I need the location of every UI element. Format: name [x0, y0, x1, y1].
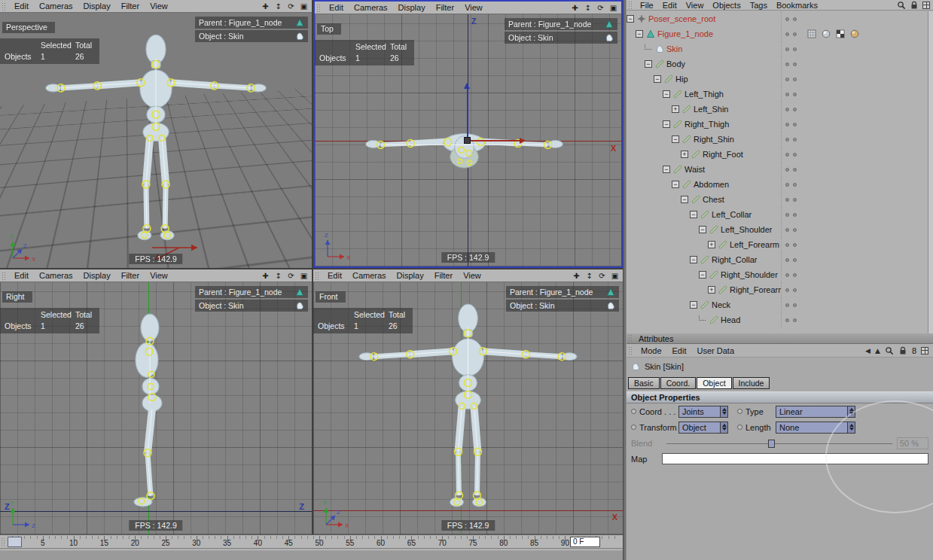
object-tree[interactable]: −Poser_scene_root−Figure_1_nodeSkin−Body… — [627, 11, 928, 333]
panel-grip-icon[interactable] — [628, 346, 633, 355]
collapse-icon[interactable]: − — [690, 301, 697, 309]
dolly-icon[interactable]: ↕ — [584, 270, 594, 282]
tree-item[interactable]: −Chest — [627, 195, 781, 205]
lock-icon[interactable] — [910, 1, 919, 10]
vertical-scrollbar[interactable] — [928, 11, 933, 333]
panel-grip-icon[interactable] — [1, 537, 5, 546]
type-dropdown[interactable]: Linear — [776, 406, 855, 418]
tree-label[interactable]: Right_Collar — [712, 255, 758, 264]
visibility-dot[interactable] — [785, 243, 789, 247]
visibility-dot[interactable] — [785, 288, 789, 292]
collapse-icon[interactable]: − — [636, 30, 643, 38]
keyframe-dot[interactable] — [737, 409, 742, 414]
slider-handle[interactable] — [768, 440, 775, 448]
visibility-dot[interactable] — [793, 47, 797, 51]
menu-bookmarks[interactable]: Bookmarks — [772, 1, 822, 10]
rotate-icon[interactable]: ⟳ — [286, 270, 296, 282]
tree-item[interactable]: −Hip — [627, 75, 781, 84]
menu-display[interactable]: Display — [392, 271, 429, 280]
collapse-icon[interactable]: − — [681, 196, 688, 203]
menu-edit[interactable]: Edit — [324, 3, 349, 12]
menu-display[interactable]: Display — [393, 3, 431, 12]
viewport-canvas-right[interactable]: Z Z Right Selected Total Objects 1 26 Pa… — [0, 282, 312, 534]
visibility-dot[interactable] — [793, 303, 797, 307]
visibility-dot[interactable] — [785, 153, 789, 157]
tree-label[interactable]: Right_Shin — [694, 135, 734, 144]
visibility-dot[interactable] — [793, 153, 797, 157]
tab-object[interactable]: Object — [697, 377, 731, 389]
menu-view[interactable]: View — [145, 2, 173, 11]
collapse-icon[interactable]: − — [699, 271, 706, 278]
tree-item[interactable]: Skin — [627, 44, 781, 54]
expand-icon[interactable]: + — [681, 151, 688, 158]
collapse-icon[interactable]: − — [663, 166, 670, 173]
collapse-icon[interactable]: − — [627, 15, 634, 23]
expand-icon[interactable]: + — [708, 286, 715, 294]
timeline-tick-80[interactable]: 80 — [499, 539, 508, 547]
dolly-icon[interactable]: ↕ — [273, 270, 283, 282]
visibility-dot[interactable] — [793, 288, 797, 292]
tree-label[interactable]: Hip — [675, 75, 688, 84]
timeline-tick-50[interactable]: 50 — [315, 539, 323, 547]
visibility-dot[interactable] — [793, 62, 797, 66]
tree-row-body[interactable]: −Body — [627, 56, 928, 72]
menu-file[interactable]: File — [636, 1, 658, 10]
panel-grip-icon[interactable] — [316, 4, 321, 12]
menu-edit[interactable]: Edit — [322, 271, 347, 280]
visibility-dot[interactable] — [793, 243, 797, 247]
tree-label[interactable]: Left_Shin — [694, 105, 728, 114]
menu-mode[interactable]: Mode — [636, 346, 667, 355]
rotate-icon[interactable]: ⟳ — [596, 2, 605, 14]
z-arrow-icon[interactable] — [464, 83, 470, 89]
visibility-dot[interactable] — [785, 228, 789, 232]
tree-item[interactable]: +Right_Forearm — [627, 285, 781, 295]
maximize-icon[interactable]: ▣ — [299, 270, 309, 282]
visibility-dot[interactable] — [785, 273, 789, 277]
rotate-icon[interactable]: ⟳ — [286, 1, 296, 12]
tree-item[interactable]: −Abdomen — [627, 180, 781, 190]
visibility-dot[interactable] — [785, 183, 789, 187]
menu-view[interactable]: View — [459, 3, 488, 12]
visibility-dot[interactable] — [793, 123, 797, 126]
tree-label[interactable]: Poser_scene_root — [648, 14, 715, 23]
visibility-dot[interactable] — [785, 168, 789, 172]
collapse-icon[interactable]: − — [690, 211, 697, 218]
tree-item[interactable]: +Right_Foot — [627, 150, 781, 160]
tree-item[interactable]: −Left_Collar — [627, 210, 781, 220]
timeline-tick-70[interactable]: 70 — [438, 539, 447, 547]
tree-label[interactable]: Left_Thigh — [685, 90, 724, 99]
menu-display[interactable]: Display — [78, 2, 116, 11]
timeline-tick-85[interactable]: 85 — [530, 539, 538, 547]
timeline-tick-5[interactable]: 5 — [41, 539, 45, 547]
timeline-tick-40[interactable]: 40 — [254, 539, 262, 547]
history-back-icon[interactable]: ◀ — [865, 347, 870, 355]
tree-item[interactable]: −Neck — [627, 300, 781, 310]
maximize-icon[interactable]: ▣ — [610, 270, 620, 282]
visibility-dot[interactable] — [785, 123, 789, 126]
tree-label[interactable]: Left_Forearm — [730, 240, 779, 249]
tree-item[interactable]: −Poser_scene_root — [627, 14, 781, 24]
visibility-dot[interactable] — [785, 213, 789, 217]
tree-label[interactable]: Neck — [712, 300, 730, 309]
pan-icon[interactable]: ✚ — [570, 2, 580, 14]
texture-tag-icon[interactable] — [835, 29, 845, 39]
tree-row-skin[interactable]: Skin — [627, 41, 928, 56]
maximize-icon[interactable]: ▣ — [299, 1, 309, 12]
visibility-dot[interactable] — [793, 32, 797, 36]
tree-label[interactable]: Figure_1_node — [657, 29, 713, 38]
menu-display[interactable]: Display — [78, 271, 116, 280]
timeline-tick-60[interactable]: 60 — [377, 539, 385, 547]
visibility-dot[interactable] — [785, 78, 789, 81]
tree-label[interactable]: Head — [721, 315, 740, 324]
tree-label[interactable]: Chest — [703, 195, 724, 204]
menu-filter[interactable]: Filter — [116, 2, 145, 11]
viewport-canvas-front[interactable]: X Front Selected Total Objects 1 26 Pare… — [313, 282, 623, 534]
coord-dropdown[interactable]: Joints — [678, 406, 728, 418]
tree-item[interactable]: −Right_Collar — [627, 255, 781, 265]
expand-icon[interactable]: + — [672, 105, 679, 113]
tree-label[interactable]: Waist — [685, 165, 705, 174]
x-manipulator[interactable] — [468, 140, 521, 142]
timeline-ruler[interactable]: 0 F 51015202530354045505560657075808590 — [0, 534, 623, 549]
collapse-icon[interactable]: − — [699, 226, 706, 233]
visibility-dot[interactable] — [785, 47, 789, 51]
